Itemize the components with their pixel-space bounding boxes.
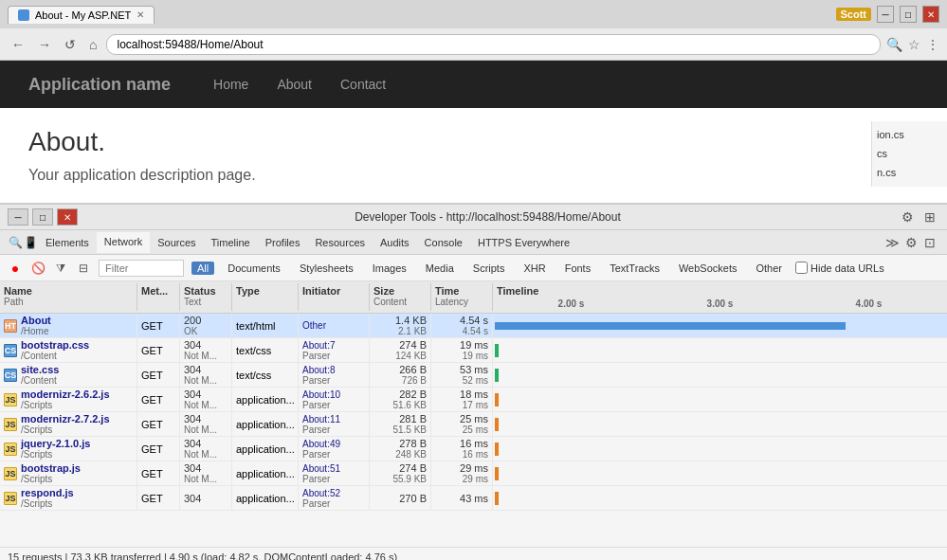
- filter-all-button[interactable]: All: [191, 262, 214, 275]
- network-table-header: Name Path Met... Status Text Type Initia…: [0, 281, 947, 314]
- row-type-icon: CS: [4, 344, 17, 357]
- tab-audits[interactable]: Audits: [373, 233, 417, 252]
- record-stop-icon[interactable]: ●: [8, 261, 23, 276]
- tab-https-everywhere[interactable]: HTTPS Everywhere: [470, 233, 577, 252]
- site-nav-links: Home About Contact: [199, 63, 400, 106]
- filter-texttracks-button[interactable]: TextTracks: [604, 262, 665, 275]
- header-size: Size Content: [370, 283, 431, 311]
- tab-timeline[interactable]: Timeline: [204, 233, 258, 252]
- bookmark-icon[interactable]: ☆: [908, 37, 920, 52]
- row-status: 200 OK: [180, 314, 232, 337]
- website-content: Application name Home About Contact Abou…: [0, 61, 947, 203]
- row-size: 1.4 KB 2.1 KB: [370, 314, 431, 337]
- maximize-button[interactable]: □: [900, 6, 917, 23]
- clear-icon[interactable]: 🚫: [30, 261, 46, 276]
- filter-documents-button[interactable]: Documents: [222, 262, 286, 275]
- table-row[interactable]: JS bootstrap.js /Scripts GET 304 Not M..…: [0, 461, 947, 486]
- row-time: 19 ms 19 ms: [431, 338, 493, 362]
- devtools-more-icon[interactable]: ≫: [883, 233, 901, 252]
- table-row[interactable]: JS jquery-2.1.0.js /Scripts GET 304 Not …: [0, 437, 947, 461]
- row-status: 304: [180, 486, 232, 510]
- filter-websockets-button[interactable]: WebSockets: [673, 262, 743, 275]
- settings-icon[interactable]: ⋮: [926, 37, 939, 52]
- devtools-expand-icon[interactable]: ⊡: [920, 233, 939, 252]
- tab-network[interactable]: Network: [97, 232, 150, 253]
- row-time: 53 ms 52 ms: [431, 363, 493, 387]
- search-toggle-icon[interactable]: 🔍: [8, 235, 23, 250]
- reload-button[interactable]: ↺: [61, 35, 80, 54]
- tab-resources[interactable]: Resources: [307, 233, 373, 252]
- filter-stylesheets-button[interactable]: Stylesheets: [294, 262, 359, 275]
- filter-other-button[interactable]: Other: [751, 262, 789, 275]
- row-initiator: Other: [299, 314, 370, 337]
- tab-title: About - My ASP.NET: [35, 9, 131, 21]
- back-button[interactable]: ←: [8, 35, 28, 54]
- devtools-maximize-button[interactable]: □: [32, 208, 53, 226]
- site-brand[interactable]: Application name: [28, 75, 171, 95]
- filter-fonts-button[interactable]: Fonts: [559, 262, 597, 275]
- filter-input[interactable]: [99, 260, 184, 277]
- nav-link-home[interactable]: Home: [199, 63, 263, 106]
- hide-data-urls-checkbox[interactable]: [795, 262, 808, 274]
- devtools-gear-icon[interactable]: ⚙: [901, 233, 920, 252]
- tab-profiles[interactable]: Profiles: [258, 233, 308, 252]
- row-size: 281 B 51.5 KB: [370, 412, 431, 436]
- devtools-settings-icon[interactable]: ⚙: [898, 208, 917, 226]
- site-navbar: Application name Home About Contact: [0, 61, 947, 108]
- hide-data-urls-text: Hide data URLs: [810, 262, 884, 274]
- filter-images-button[interactable]: Images: [367, 262, 412, 275]
- table-row[interactable]: JS modernizr-2.6.2.js /Scripts GET 304 N…: [0, 388, 947, 412]
- table-row[interactable]: JS respond.js /Scripts GET 304 applicati…: [0, 486, 947, 511]
- row-name: CS site.css /Content: [0, 363, 137, 387]
- minimize-button[interactable]: ─: [877, 6, 894, 23]
- row-initiator: About:51 Parser: [299, 461, 370, 485]
- header-timeline: Timeline 2.00 s 3.00 s 4.00 s: [493, 283, 947, 311]
- row-method: GET: [137, 338, 180, 362]
- row-method: GET: [137, 486, 180, 510]
- row-status: 304 Not M...: [180, 338, 232, 362]
- devtools-dock-icon[interactable]: ⊞: [920, 208, 939, 226]
- nav-link-about[interactable]: About: [263, 63, 326, 106]
- table-row[interactable]: JS modernizr-2.7.2.js /Scripts GET 304 N…: [0, 412, 947, 437]
- devtools-minimize-button[interactable]: ─: [8, 208, 28, 226]
- browser-tab[interactable]: About - My ASP.NET ✕: [8, 6, 155, 24]
- tab-close-button[interactable]: ✕: [137, 9, 144, 20]
- row-initiator: About:10 Parser: [299, 388, 370, 411]
- tab-sources[interactable]: Sources: [150, 233, 203, 252]
- filter-icon[interactable]: ⧩: [53, 261, 68, 276]
- filter-scripts-button[interactable]: Scripts: [467, 262, 511, 275]
- table-row[interactable]: CS site.css /Content GET 304 Not M... te…: [0, 363, 947, 388]
- row-initiator: About:7 Parser: [299, 338, 370, 362]
- table-row[interactable]: CS bootstrap.css /Content GET 304 Not M.…: [0, 338, 947, 363]
- row-status: 304 Not M...: [180, 412, 232, 436]
- filter-xhr-button[interactable]: XHR: [518, 262, 551, 275]
- mobile-icon[interactable]: 📱: [23, 235, 38, 250]
- row-type-icon: JS: [4, 443, 17, 456]
- row-type: text/css: [232, 338, 299, 362]
- table-row[interactable]: HT About /Home GET 200 OK text/html Othe…: [0, 314, 947, 338]
- url-input[interactable]: [106, 34, 881, 55]
- nav-link-contact[interactable]: Contact: [326, 63, 400, 106]
- close-button[interactable]: ✕: [922, 6, 939, 23]
- hide-data-urls-label[interactable]: Hide data URLs: [795, 262, 884, 274]
- row-timeline: [493, 437, 947, 461]
- row-status: 304 Not M...: [180, 437, 232, 461]
- network-rows[interactable]: HT About /Home GET 200 OK text/html Othe…: [0, 314, 947, 541]
- devtools-close-button[interactable]: ✕: [57, 208, 78, 226]
- filter-media-button[interactable]: Media: [420, 262, 460, 275]
- row-timeline: [493, 412, 947, 436]
- title-bar: About - My ASP.NET ✕ Scott ─ □ ✕: [0, 0, 947, 28]
- tab-favicon: [18, 9, 29, 21]
- view-toggle-icon[interactable]: ⊟: [76, 261, 91, 276]
- row-time: 29 ms 29 ms: [431, 461, 493, 485]
- tab-elements[interactable]: Elements: [38, 233, 97, 252]
- home-button[interactable]: ⌂: [85, 35, 100, 54]
- tab-console[interactable]: Console: [417, 233, 470, 252]
- row-time: 16 ms 16 ms: [431, 437, 493, 461]
- row-initiator: About:49 Parser: [299, 437, 370, 461]
- forward-button[interactable]: →: [34, 35, 55, 54]
- row-name: JS modernizr-2.7.2.js /Scripts: [0, 412, 137, 436]
- header-time: Time Latency: [431, 283, 493, 311]
- row-size: 274 B 124 KB: [370, 338, 431, 362]
- row-type: text/html: [232, 314, 299, 337]
